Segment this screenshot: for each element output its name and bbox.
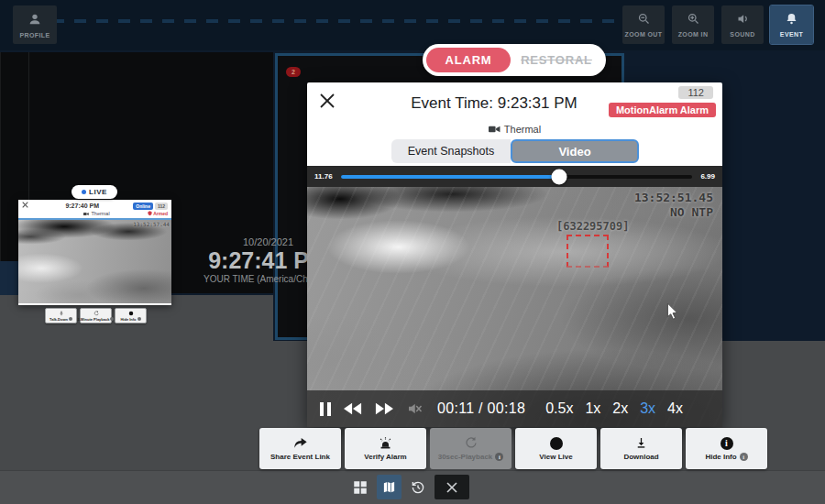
modal-count-badge: 112: [678, 86, 713, 99]
playback-30sec-button: 30sec-Playbacki: [430, 428, 512, 469]
thermal-video-frame[interactable]: 13:52:51.45 NO NTP [632295709] 00:11 /: [307, 187, 722, 427]
speed-2x[interactable]: 2x: [612, 400, 628, 417]
fast-forward-icon[interactable]: [375, 402, 393, 415]
hide-info-button[interactable]: i Hide Infoi: [686, 428, 767, 469]
scrubber-thumb[interactable]: [551, 169, 566, 184]
grid-icon: [352, 479, 368, 496]
sensor-id-overlay: [632295709]: [556, 220, 629, 233]
event-label: EVENT: [780, 31, 803, 38]
video-timestamp-overlay: 13:52:51.45 NO NTP: [634, 191, 713, 219]
event-action-bar: Share Event Link Verify Alarm 30sec-Play…: [259, 428, 767, 469]
speed-selector: 0.5x 1x 2x 3x 4x: [545, 400, 683, 417]
microphone-icon: [59, 311, 64, 316]
view-switcher-bar: [352, 475, 469, 499]
replay-icon: [464, 436, 478, 450]
online-badge: Online: [133, 203, 153, 210]
sound-button[interactable]: SOUND: [721, 5, 764, 44]
share-event-link-button[interactable]: Share Event Link: [259, 428, 341, 469]
video-camera-icon: [489, 125, 500, 134]
tab-video[interactable]: Video: [511, 139, 639, 163]
share-icon: [293, 437, 308, 450]
alarm-restoral-toggle: ALARM RESTORAL: [423, 44, 606, 76]
info-icon: i: [495, 453, 503, 461]
download-icon: [634, 436, 648, 450]
event-button[interactable]: EVENT: [770, 5, 813, 44]
view-live-button[interactable]: View Live: [515, 428, 597, 469]
talk-down-button[interactable]: Talk-Down: [45, 308, 77, 323]
zoom-in-button[interactable]: ZOOM IN: [672, 5, 714, 44]
zoom-in-icon: [687, 12, 700, 29]
speed-1x[interactable]: 1x: [585, 400, 600, 417]
sound-label: SOUND: [730, 31, 754, 38]
preview-hide-info-button[interactable]: Hide Info: [115, 308, 147, 323]
preview-overlay-timestamp: 13:52:57.44: [133, 221, 170, 227]
history-icon: [410, 479, 426, 496]
preview-actions: Talk-Down 2-Minute Playback Hide Info: [45, 308, 147, 323]
media-tabs: Event Snapshots Video: [391, 139, 639, 163]
mouse-cursor: [666, 302, 679, 324]
preview-time: 9:27:40 PM: [31, 203, 133, 209]
live-badge: LIVE: [72, 185, 117, 199]
zoom-out-button[interactable]: ZOOM OUT: [622, 5, 665, 44]
live-dot-icon: [550, 437, 563, 450]
profile-button[interactable]: PROFILE: [13, 5, 57, 44]
restoral-tab[interactable]: RESTORAL: [511, 53, 602, 67]
speaker-icon: [736, 12, 750, 29]
shield-icon: [148, 211, 152, 216]
mute-icon[interactable]: [406, 400, 423, 417]
motion-alarm-badge: MotionAlarm Alarm: [609, 103, 716, 117]
alarm-siren-icon: [378, 436, 393, 450]
profile-label: PROFILE: [19, 32, 50, 38]
app-root: 2 10/20/2021 9:27:41 PM YOUR TIME (Ameri…: [0, 0, 825, 504]
speed-4x[interactable]: 4x: [667, 400, 683, 417]
motion-detection-box: [566, 235, 609, 268]
grid-view-button[interactable]: [352, 475, 368, 499]
scrubber-fill: [341, 175, 559, 179]
event-modal: Event Time: 9:23:31 PM 112 MotionAlarm A…: [307, 82, 722, 427]
event-time-title: Event Time: 9:23:31 PM: [371, 94, 617, 113]
close-icon: [446, 481, 458, 494]
close-view-button[interactable]: [434, 475, 469, 499]
verify-alarm-button[interactable]: Verify Alarm: [345, 428, 426, 469]
person-icon: [28, 12, 42, 30]
preview-close-icon[interactable]: [22, 202, 31, 210]
replay-icon: [94, 311, 99, 316]
zoom-in-label: ZOOM IN: [678, 31, 709, 38]
preview-camera-label: Thermal: [46, 211, 148, 216]
preview-thermal-image[interactable]: 13:52:57.44: [18, 218, 171, 303]
info-icon: [110, 317, 114, 321]
scrubber-track[interactable]: [341, 175, 693, 179]
zoom-out-label: ZOOM OUT: [625, 31, 663, 38]
event-count-badge: 2: [286, 67, 301, 77]
video-camera-icon: [83, 212, 89, 216]
live-dot-icon: [82, 190, 86, 194]
map-view-button[interactable]: [377, 475, 402, 499]
zoom-out-icon: [637, 12, 651, 29]
alarm-tab[interactable]: ALARM: [426, 48, 511, 72]
modal-camera-label: Thermal: [307, 124, 722, 135]
scrubber-left-value: 11.76: [314, 172, 333, 181]
speed-0-5x[interactable]: 0.5x: [545, 400, 573, 417]
video-timestamp: 13:52:51.45: [634, 191, 713, 205]
modal-close-icon[interactable]: [318, 92, 338, 112]
info-icon: [69, 317, 72, 321]
scrubber-right-value: 6.99: [700, 172, 715, 181]
two-minute-playback-button[interactable]: 2-Minute Playback: [80, 308, 112, 323]
top-bar: PROFILE ZOOM OUT ZOOM IN SOUND EVENT: [0, 0, 825, 50]
rewind-icon[interactable]: [344, 402, 362, 415]
speed-3x[interactable]: 3x: [640, 400, 655, 417]
map-icon: [382, 480, 396, 494]
tab-event-snapshots[interactable]: Event Snapshots: [391, 139, 511, 163]
armed-badge: Armed: [148, 211, 168, 216]
live-preview-window[interactable]: 9:27:40 PM Online 112 Thermal Armed 13:5…: [18, 200, 171, 305]
video-ntp-status: NO NTP: [634, 205, 713, 220]
preview-count-badge: 112: [155, 203, 168, 210]
playback-time: 00:11 / 00:18: [437, 400, 525, 417]
dashed-divider: [52, 19, 616, 23]
history-button[interactable]: [410, 475, 426, 499]
download-button[interactable]: Download: [600, 428, 682, 469]
video-scrubber: 11.76 6.99: [307, 166, 722, 187]
pause-icon[interactable]: [320, 402, 331, 416]
info-icon: [138, 317, 141, 321]
info-icon: i: [720, 437, 733, 450]
